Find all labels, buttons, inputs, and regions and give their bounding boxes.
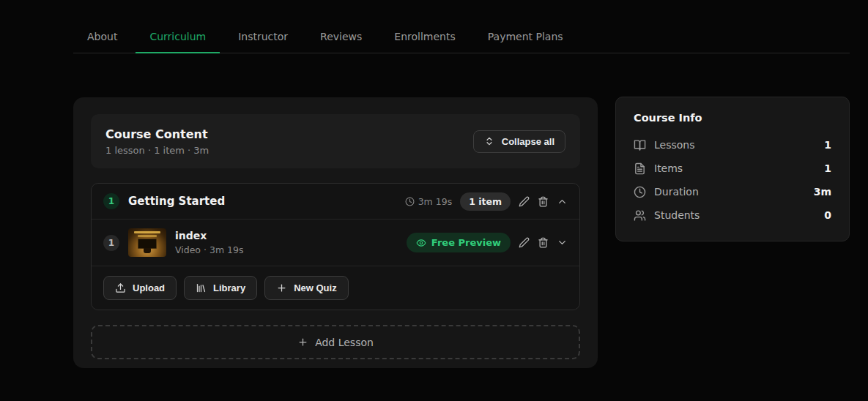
info-label: Lessons	[654, 139, 695, 151]
course-info-title: Course Info	[634, 112, 831, 124]
collapse-all-label: Collapse all	[502, 136, 554, 147]
lesson-items-count-badge: 1 item	[460, 192, 511, 211]
item-text-block: index Video · 3m 19s	[175, 230, 398, 255]
course-content-header: Course Content 1 lesson · 1 item · 3m Co…	[91, 114, 580, 168]
lesson-header-row[interactable]: 1 Getting Started 3m 19s 1 item	[92, 184, 579, 219]
chevron-up-icon	[557, 196, 568, 207]
delete-item-button[interactable]	[538, 237, 549, 248]
users-icon	[634, 209, 646, 222]
info-row-duration: Duration 3m	[634, 180, 831, 203]
info-label: Duration	[654, 186, 699, 198]
lesson-duration-text: 3m 19s	[418, 196, 453, 207]
course-info-card: Course Info Lessons 1 Items 1 Duration 3…	[615, 97, 850, 241]
tab-about[interactable]: About	[73, 20, 131, 53]
lesson-actions-row: Upload Library New Quiz	[92, 266, 579, 310]
item-meta: Video · 3m 19s	[175, 244, 398, 255]
free-preview-label: Free Preview	[431, 237, 501, 248]
book-open-icon	[634, 139, 646, 151]
info-label: Items	[654, 162, 683, 174]
lesson-number-badge: 1	[103, 193, 119, 209]
item-title: index	[175, 230, 398, 241]
add-lesson-label: Add Lesson	[315, 337, 374, 348]
add-lesson-button[interactable]: Add Lesson	[91, 325, 580, 359]
plus-icon	[297, 337, 308, 348]
tab-instructor[interactable]: Instructor	[224, 20, 302, 53]
delete-lesson-button[interactable]	[538, 196, 549, 207]
trash-icon	[538, 196, 549, 207]
collapse-all-button[interactable]: Collapse all	[473, 130, 565, 153]
tab-curriculum[interactable]: Curriculum	[136, 20, 220, 53]
item-number-badge: 1	[103, 235, 119, 251]
expand-item-button[interactable]	[557, 237, 568, 248]
info-label: Students	[654, 209, 700, 221]
library-icon	[196, 282, 207, 293]
info-value: 1	[824, 139, 831, 151]
file-text-icon	[634, 162, 646, 175]
new-quiz-label: New Quiz	[294, 282, 337, 293]
info-value: 1	[824, 162, 831, 174]
course-tabs: About Curriculum Instructor Reviews Enro…	[73, 20, 850, 53]
lesson-item-row[interactable]: 1 index Video · 3m 19s Free Preview	[92, 220, 579, 266]
edit-item-button[interactable]	[519, 237, 530, 248]
info-row-lessons: Lessons 1	[634, 133, 831, 157]
library-label: Library	[213, 282, 245, 293]
tab-payment-plans[interactable]: Payment Plans	[474, 20, 577, 53]
collapse-lesson-button[interactable]	[557, 196, 568, 207]
upload-button[interactable]: Upload	[103, 276, 177, 300]
edit-lesson-button[interactable]	[519, 196, 530, 207]
chevron-down-icon	[557, 237, 568, 248]
info-row-students: Students 0	[634, 203, 831, 227]
lesson-title: Getting Started	[128, 195, 396, 208]
pencil-icon	[519, 196, 530, 207]
info-row-items: Items 1	[634, 157, 831, 180]
lesson-duration: 3m 19s	[405, 196, 453, 207]
trash-icon	[538, 237, 549, 248]
clock-icon	[634, 186, 646, 198]
info-value: 3m	[814, 186, 831, 198]
upload-label: Upload	[133, 282, 165, 293]
tab-enrollments[interactable]: Enrollments	[380, 20, 469, 53]
course-content-heading: Course Content 1 lesson · 1 item · 3m	[105, 127, 209, 156]
course-content-title: Course Content	[105, 127, 209, 141]
upload-icon	[115, 282, 126, 293]
plus-icon	[276, 282, 287, 293]
curriculum-panel: Course Content 1 lesson · 1 item · 3m Co…	[73, 97, 598, 368]
pencil-icon	[519, 237, 530, 248]
library-button[interactable]: Library	[184, 276, 257, 300]
new-quiz-button[interactable]: New Quiz	[264, 276, 349, 300]
chevrons-up-down-icon	[484, 136, 494, 146]
info-value: 0	[824, 209, 831, 221]
free-preview-badge[interactable]: Free Preview	[407, 233, 511, 252]
tab-reviews[interactable]: Reviews	[306, 20, 376, 53]
lesson-section: 1 Getting Started 3m 19s 1 item	[91, 183, 580, 310]
video-thumbnail	[128, 228, 166, 257]
eye-icon	[416, 238, 426, 248]
course-content-summary: 1 lesson · 1 item · 3m	[105, 145, 209, 156]
clock-icon	[405, 197, 415, 206]
